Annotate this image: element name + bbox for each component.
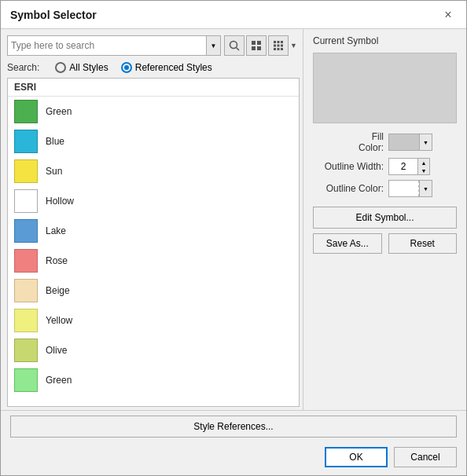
outline-color-swatch [389,181,419,196]
list-item[interactable]: Yellow [8,306,299,335]
fill-color-swatch [389,134,419,150]
all-styles-label: All Styles [69,62,108,73]
title-bar: Symbol Selector × [1,1,466,29]
esri-group-header: ESRI [8,79,299,97]
style-manager-icon-btn[interactable] [246,35,267,56]
fill-color-row: Fill Color: ▼ [313,131,457,153]
chevron-down-icon: ▼ [290,35,296,56]
svg-rect-11 [281,45,283,47]
left-panel: ▼ [1,29,303,410]
svg-rect-12 [274,48,276,50]
svg-rect-5 [257,46,261,50]
symbol-swatch [14,279,38,302]
close-button[interactable]: × [439,6,457,24]
referenced-styles-radio-dot [124,65,129,70]
reset-button[interactable]: Reset [388,233,458,254]
all-styles-radio[interactable]: All Styles [55,62,108,73]
svg-rect-7 [278,41,280,43]
svg-point-0 [230,42,237,49]
list-item[interactable]: Sun [8,156,299,186]
symbol-name: Blue [46,136,64,147]
style-references-button[interactable]: Style References... [10,416,457,438]
outline-width-row: Outline Width: ▲ ▼ [313,158,457,175]
ok-button[interactable]: OK [325,447,388,467]
search-dropdown-button[interactable]: ▼ [206,36,220,55]
symbol-swatch [14,368,38,392]
all-styles-radio-circle [55,62,66,73]
outline-width-input[interactable] [388,158,418,175]
properties-table: Fill Color: ▼ Outline Width: ▲ [313,131,457,197]
symbol-swatch [14,249,38,273]
symbol-swatch [14,309,38,332]
svg-rect-2 [252,41,256,45]
outline-width-down[interactable]: ▼ [418,167,429,174]
list-item[interactable]: Lake [8,216,299,246]
action-row: Save As... Reset [313,233,457,254]
svg-rect-6 [274,41,276,43]
outline-color-dropdown-btn[interactable]: ▼ [419,181,432,196]
fill-color-dropdown-btn[interactable]: ▼ [419,134,432,150]
referenced-styles-radio-circle [121,62,132,73]
outline-color-picker[interactable]: ▼ [388,180,432,197]
symbol-name: Green [46,106,72,117]
symbol-preview [313,53,457,123]
list-item[interactable]: Beige [8,276,299,306]
outline-color-row: Outline Color: ▼ [313,180,457,197]
search-icon-btn[interactable] [224,35,245,56]
symbol-name: Yellow [46,315,72,326]
edit-symbol-button[interactable]: Edit Symbol... [313,207,457,229]
symbol-name: Sun [46,166,62,177]
svg-rect-13 [278,48,280,50]
list-item[interactable]: Green [8,97,299,126]
current-symbol-label: Current Symbol [313,35,457,46]
symbol-name: Green [46,375,72,386]
symbol-swatch [14,219,38,243]
symbol-selector-dialog: Symbol Selector × ▼ [0,0,467,476]
content-area: ▼ [1,29,466,410]
right-panel: Current Symbol Fill Color: ▼ Outline [303,29,466,410]
search-label: Search: [7,62,39,73]
cancel-button[interactable]: Cancel [394,447,457,467]
symbol-swatch [14,339,38,362]
dialog-bottom: OK Cancel [1,442,466,475]
save-as-button[interactable]: Save As... [313,233,382,254]
list-item[interactable]: Rose [8,246,299,276]
toolbar-icons: ▼ [224,35,296,56]
referenced-styles-radio[interactable]: Referenced Styles [121,62,212,73]
svg-rect-4 [252,46,256,50]
symbol-name: Beige [46,285,70,296]
svg-rect-9 [274,45,276,47]
fill-color-label: Fill Color: [313,131,384,153]
symbol-swatch [14,100,38,123]
symbol-name: Olive [46,345,67,356]
bottom-bar: Style References... [1,410,466,442]
fill-color-picker[interactable]: ▼ [388,134,432,151]
symbol-name: Rose [46,255,68,266]
outline-width-up[interactable]: ▲ [418,159,429,167]
svg-rect-14 [281,48,283,50]
outline-width-label: Outline Width: [313,161,384,172]
symbol-list: GreenBlueSunHollowLakeRoseBeigeYellowOli… [8,97,299,402]
list-item[interactable]: Olive [8,335,299,365]
svg-rect-8 [281,41,283,43]
svg-rect-3 [257,41,261,45]
svg-line-1 [237,48,240,51]
search-input[interactable] [8,38,206,53]
list-item[interactable]: Hollow [8,186,299,216]
symbol-swatch [14,159,38,183]
view-options-icon-btn[interactable] [268,35,289,56]
search-input-wrap: ▼ [7,35,221,56]
symbol-swatch [14,130,38,153]
list-item[interactable]: Blue [8,126,299,156]
outline-width-wrap: ▲ ▼ [388,158,430,175]
outline-color-label: Outline Color: [313,183,384,194]
search-bar: ▼ [1,29,303,59]
list-item[interactable]: Green [8,365,299,395]
referenced-styles-label: Referenced Styles [135,62,212,73]
symbol-swatch [14,189,38,213]
symbol-name: Lake [46,225,66,236]
symbol-list-wrap: ESRI GreenBlueSunHollowLakeRoseBeigeYell… [7,78,300,407]
svg-rect-10 [278,45,280,47]
dialog-title: Symbol Selector [10,9,97,21]
outline-width-spinner: ▲ ▼ [418,158,430,175]
